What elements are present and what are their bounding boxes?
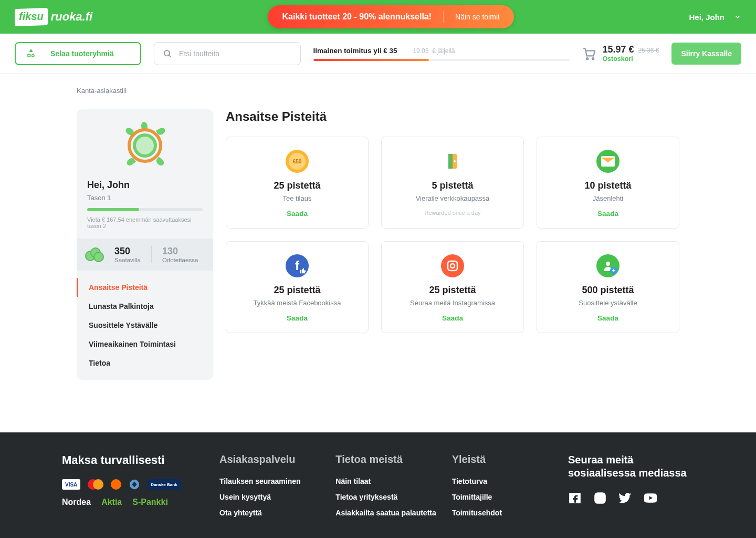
- points-available-label: Saatavilla: [114, 257, 141, 263]
- brand-nordea: Nordea: [62, 498, 91, 507]
- cart-total: 15.97 €: [602, 44, 634, 55]
- card-desc: Seuraa meitä Instagramissa: [391, 299, 514, 307]
- footer-pay-title: Maksa turvallisesti: [62, 453, 209, 467]
- card-cta: Rewarded once a day: [391, 210, 514, 216]
- avatar: [121, 122, 169, 169]
- footer-link-1-2[interactable]: Asiakkailta saatua palautetta: [335, 509, 441, 517]
- earn-card-1: 5 pistettä Vieraile verkkokaupassa Rewar…: [381, 137, 524, 229]
- footer-link-1-1[interactable]: Tietoa yrityksestä: [335, 493, 441, 501]
- svg-point-9: [606, 262, 610, 266]
- footer-social-col: Seuraa meitä sosiaalisessa mediassa: [568, 453, 694, 524]
- footer-link-2-2[interactable]: Toimitusehdot: [452, 509, 558, 517]
- card-points: 500 pistettä: [547, 285, 669, 296]
- footer-col-service: AsiakaspalveluTilauksen seuraaminenUsein…: [219, 453, 325, 524]
- twitter-icon[interactable]: [618, 491, 632, 505]
- footer-col-title: Tietoa meistä: [335, 453, 441, 465]
- shapes-icon: [26, 49, 36, 58]
- card-desc: Vieraile verkkokaupassa: [391, 194, 514, 202]
- refer-icon: +: [596, 254, 620, 277]
- footer-col-about: Tietoa meistäNäin tilaatTietoa yritykses…: [335, 453, 441, 524]
- sidebar-item-3[interactable]: Viimeaikainen Toimintasi: [77, 335, 213, 354]
- breadcrumb[interactable]: Kanta-asiakastili: [77, 87, 679, 95]
- top-header: fiksu ruoka.fi Kaikki tuotteet 20 - 90% …: [0, 0, 756, 34]
- user-greeting[interactable]: Hei, John: [689, 13, 724, 22]
- footer-col-title: Yleistä: [452, 453, 558, 465]
- footer-social-title: Seuraa meitä sosiaalisessa mediassa: [568, 453, 694, 480]
- footer-link-0-1[interactable]: Usein kysyttyä: [219, 493, 325, 501]
- svg-point-11: [598, 496, 603, 501]
- card-desc: Jäsenlehti: [547, 194, 669, 202]
- payment-badges-row: VISA Danske Bank: [62, 479, 209, 490]
- sidebar-item-0[interactable]: Ansaitse Pisteitä: [77, 278, 213, 297]
- card-desc: Tykkää meistä Facebookissa: [236, 299, 359, 307]
- svg-point-1: [587, 58, 589, 59]
- footer-link-1-0[interactable]: Näin tilaat: [335, 477, 441, 485]
- site-logo[interactable]: fiksu ruoka.fi: [15, 8, 92, 26]
- card-points: 10 pistettä: [547, 180, 669, 191]
- profile-greeting: Hei, John: [87, 180, 203, 191]
- search-field[interactable]: [154, 42, 301, 65]
- card-cta[interactable]: Saada: [391, 314, 514, 322]
- points-pending-value: 130: [162, 246, 198, 257]
- card-points: 25 pistettä: [236, 285, 359, 296]
- cart-label: Ostoskori: [602, 55, 659, 63]
- level-hint: Vietä € 167.54 enemmän saavuttaaksesi ta…: [87, 216, 203, 229]
- sidebar-item-2[interactable]: Suosittele Ystävälle: [77, 316, 213, 335]
- danskebank-badge: Danske Bank: [148, 479, 180, 490]
- footer-link-0-2[interactable]: Ota yhteyttä: [219, 509, 325, 517]
- footer-col-title: Asiakaspalvelu: [219, 453, 325, 465]
- shipping-progress-bar: [313, 59, 570, 61]
- sidebar-item-1[interactable]: Lunasta Palkintoja: [77, 297, 213, 316]
- svg-rect-7: [448, 261, 457, 271]
- points-stats: 350 Saatavilla 130 Odotettaessa: [77, 239, 213, 271]
- card-cta[interactable]: Saada: [547, 210, 669, 218]
- card-points: 25 pistettä: [391, 285, 514, 296]
- cart-original-price: 25.36 €: [638, 47, 659, 54]
- youtube-icon[interactable]: [644, 491, 657, 505]
- promo-sub-text: Näin se toimii: [455, 13, 499, 21]
- footer-link-2-1[interactable]: Toimittajille: [452, 493, 558, 501]
- logo-text-right: ruoka.fi: [51, 10, 92, 24]
- mastercard-icon: [88, 479, 103, 490]
- chevron-down-icon[interactable]: [734, 13, 741, 20]
- search-input[interactable]: [179, 49, 292, 58]
- footer-link-2-0[interactable]: Tietoturva: [452, 477, 558, 485]
- promo-divider: [443, 11, 444, 23]
- profile-level: Tason 1: [87, 194, 203, 202]
- brand-aktia: Aktia: [101, 498, 122, 507]
- sidebar-nav: Ansaitse PisteitäLunasta PalkintojaSuosi…: [77, 271, 213, 380]
- promo-main-text: Kaikki tuotteet 20 - 90% alennuksella!: [282, 12, 432, 22]
- card-cta[interactable]: Saada: [236, 210, 359, 218]
- card-cta[interactable]: Saada: [236, 314, 359, 322]
- sidebar-item-4[interactable]: Tietoa: [77, 354, 213, 373]
- mobilepay-icon: [129, 479, 140, 490]
- door-icon: [441, 150, 464, 173]
- earn-cards-grid: €50 25 pistettä Tee tilaus Saada 5 piste…: [226, 137, 679, 333]
- card-desc: Tee tilaus: [236, 194, 359, 202]
- card-points: 5 pistettä: [391, 180, 514, 191]
- visa-badge: VISA: [62, 479, 80, 490]
- card-cta[interactable]: Saada: [547, 314, 669, 322]
- svg-point-8: [450, 264, 455, 268]
- svg-point-12: [603, 494, 604, 495]
- free-shipping-label: Ilmainen toimitus yli € 35: [313, 47, 397, 55]
- footer-link-0-0[interactable]: Tilauksen seuraaminen: [219, 477, 325, 485]
- earn-card-5: + 500 pistettä Suosittele ystävälle Saad…: [537, 241, 679, 333]
- browse-label: Selaa tuoteryhmiä: [50, 49, 114, 58]
- facebook-icon[interactable]: [568, 491, 582, 505]
- search-icon: [163, 48, 172, 59]
- facebook-icon: f: [286, 254, 309, 277]
- checkout-button[interactable]: Siirry Kassalle: [671, 43, 741, 65]
- instagram-icon[interactable]: [593, 491, 607, 505]
- promo-banner[interactable]: Kaikki tuotteet 20 - 90% alennuksella! N…: [268, 5, 514, 28]
- site-footer: Maksa turvallisesti VISA Danske Bank Nor…: [0, 432, 756, 538]
- footer-payment-col: Maksa turvallisesti VISA Danske Bank Nor…: [62, 453, 209, 524]
- coins-icon: [85, 247, 104, 262]
- earn-card-0: €50 25 pistettä Tee tilaus Saada: [226, 137, 369, 229]
- free-shipping-progress: Ilmainen toimitus yli € 35 19.03 € jälje…: [313, 47, 570, 61]
- browse-categories-button[interactable]: Selaa tuoteryhmiä: [15, 42, 141, 65]
- cart-summary[interactable]: 15.97 €25.36 € Ostoskori: [582, 44, 659, 64]
- logo-text-left: fiksu: [19, 11, 44, 23]
- earn-card-2: 10 pistettä Jäsenlehti Saada: [537, 137, 679, 229]
- instagram-icon: [441, 254, 464, 277]
